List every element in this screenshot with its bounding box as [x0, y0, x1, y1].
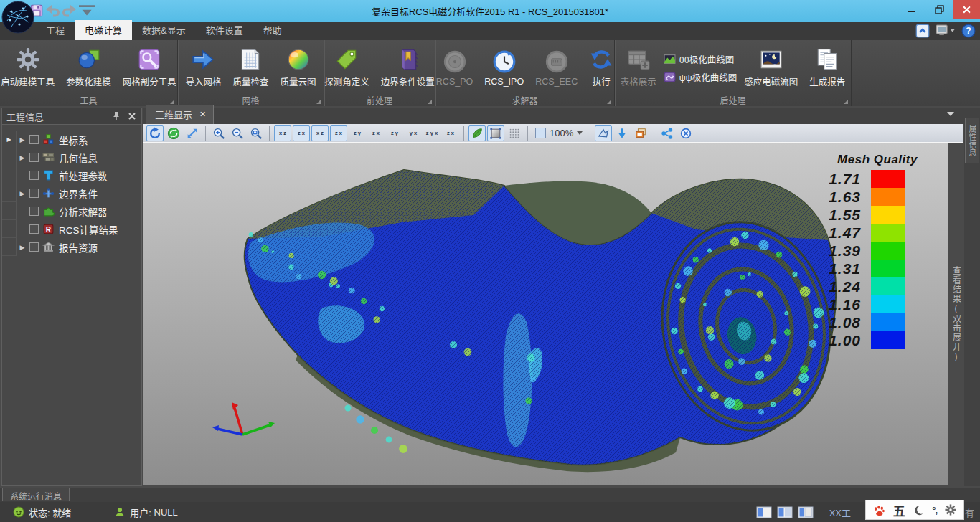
pin-icon[interactable]	[111, 111, 121, 121]
help-button[interactable]: ?	[961, 24, 976, 37]
qat-dropdown-icon[interactable]	[79, 3, 95, 19]
zoom-window-button[interactable]	[248, 125, 265, 141]
zoom-in-button[interactable]	[210, 125, 227, 141]
tab-system-messages[interactable]: 系统运行消息	[2, 488, 70, 501]
collapse-ribbon-button[interactable]	[915, 24, 930, 37]
window-layers-button[interactable]	[632, 125, 649, 141]
感应电磁流图-button[interactable]: 感应电磁流图	[740, 45, 802, 90]
ribbon-tab-数据&显示[interactable]: 数据&显示	[132, 20, 196, 40]
group-dialog-launcher-icon[interactable]	[170, 100, 174, 104]
layout-middle-button[interactable]	[777, 506, 793, 518]
redo-button[interactable]	[62, 3, 77, 19]
rotate-tool-button[interactable]	[146, 125, 164, 141]
ribbon-tab-工程[interactable]: 工程	[36, 20, 75, 40]
expander-icon[interactable]: ▶	[17, 244, 28, 251]
ime-punctuation-button[interactable]: °,	[932, 505, 937, 516]
expander-icon[interactable]: ▶	[17, 190, 28, 197]
panel-close-icon[interactable]	[127, 111, 137, 121]
view-orientation-glyph: z x	[372, 130, 380, 136]
tree-checkbox[interactable]	[29, 153, 39, 162]
orbit-tool-button[interactable]	[165, 125, 182, 141]
质量云图-button[interactable]: 质量云图	[276, 45, 321, 90]
flow-display-button[interactable]	[659, 125, 676, 141]
tree-checkbox[interactable]	[29, 207, 39, 216]
clip-plane-button[interactable]	[595, 125, 612, 141]
tree-item-几何信息[interactable]: ▶几何信息	[2, 148, 141, 166]
pan-zoom-tool-button[interactable]	[184, 125, 201, 141]
RCS_EEC-button[interactable]: RCS_EEC	[531, 47, 582, 89]
tree-item-报告资源[interactable]: ▶报告资源	[2, 238, 141, 256]
viewport-3d[interactable]: Mesh Quality 1.711.631.551.471.391.311.2…	[143, 143, 948, 485]
view-orientation-button-3[interactable]: x z	[311, 125, 329, 141]
执行-button[interactable]: 执行	[585, 45, 618, 90]
tree-item-RCS计算结果[interactable]: RRCS计算结果	[2, 220, 141, 238]
view-orientation-button-6[interactable]: z x	[367, 125, 385, 141]
view-orientation-button-10[interactable]: z x	[442, 125, 459, 141]
legend-entry: 1.71	[824, 170, 931, 188]
ribbon-tab-软件设置[interactable]: 软件设置	[196, 20, 253, 40]
view-orientation-button-4[interactable]: z x	[330, 125, 347, 141]
tree-item-坐标系[interactable]: ▶▶坐标系	[2, 130, 141, 148]
doc-tab-close-icon[interactable]: ✕	[199, 110, 206, 119]
边界条件设置-button[interactable]: 边界条件设置	[377, 45, 439, 90]
layout-right-button[interactable]	[798, 506, 814, 518]
导入网格-button[interactable]: 导入网格	[181, 45, 225, 90]
tree-checkbox[interactable]	[29, 242, 39, 252]
ribbon-tab-帮助[interactable]: 帮助	[253, 20, 292, 40]
smooth-shading-button[interactable]	[468, 125, 486, 141]
group-dialog-launcher-icon[interactable]	[428, 100, 432, 104]
ψψ极化曲线图-button[interactable]: ψψ极化曲线图	[664, 70, 737, 84]
baidu-paw-icon[interactable]	[873, 504, 885, 516]
tab-3d-display[interactable]: 三维显示 ✕	[146, 105, 214, 124]
flat-shading-button[interactable]	[487, 125, 504, 141]
tab-view-results[interactable]: 查看结果(双击展开)	[951, 266, 963, 362]
ime-wubi-button[interactable]: 五	[893, 501, 905, 519]
探测角定义-button[interactable]: 探测角定义	[320, 45, 374, 90]
θθ极化曲线图-button[interactable]: θθ极化曲线图	[664, 52, 737, 66]
group-dialog-launcher-icon[interactable]	[316, 100, 321, 104]
ribbon-tab-电磁计算[interactable]: 电磁计算	[75, 20, 132, 40]
RCS_PO-button[interactable]: RCS_PO	[432, 47, 477, 89]
zoom-level-dropdown[interactable]: 100%	[532, 128, 585, 138]
生成报告-button[interactable]: 生成报告	[805, 45, 849, 90]
tab-property-info[interactable]: 属性信息	[965, 118, 979, 163]
参数化建模-button[interactable]: 参数化建模	[62, 45, 116, 90]
RCS_IPO-button[interactable]: RCS_IPO	[480, 47, 528, 89]
tree-checkbox[interactable]	[29, 224, 39, 234]
minimize-button[interactable]	[898, 0, 925, 19]
质量检查-button[interactable]: 质量检查	[228, 45, 273, 90]
ime-settings-gear-icon[interactable]	[945, 504, 956, 516]
display-options-button[interactable]	[936, 24, 956, 37]
group-dialog-launcher-icon[interactable]	[607, 100, 611, 104]
group-dialog-launcher-icon[interactable]	[844, 100, 848, 104]
view-orientation-button-8[interactable]: y x	[405, 125, 422, 141]
expander-icon[interactable]: ▶	[17, 154, 28, 161]
tree-checkbox[interactable]	[29, 135, 39, 144]
view-orientation-button-7[interactable]: z y	[386, 125, 403, 141]
tree-item-前处理参数[interactable]: 前处理参数	[2, 166, 141, 184]
layout-left-button[interactable]	[756, 506, 772, 518]
tree-item-边界条件[interactable]: ▶边界条件	[2, 184, 141, 202]
close-view-button[interactable]	[677, 125, 694, 141]
zoom-out-button[interactable]	[229, 125, 246, 141]
close-button[interactable]	[953, 0, 980, 19]
网格剖分工具-button[interactable]: 网格剖分工具	[118, 45, 181, 90]
rcs-eec-icon	[545, 49, 569, 74]
tree-checkbox[interactable]	[29, 171, 39, 180]
tab-list-dropdown-icon[interactable]	[947, 112, 954, 120]
tree-checkbox[interactable]	[29, 189, 39, 198]
expander-icon[interactable]: ▶	[17, 136, 28, 143]
tree-item-分析求解器[interactable]: 分析求解器	[2, 202, 141, 220]
ime-moon-icon[interactable]	[913, 505, 924, 516]
view-orientation-button-5[interactable]: z y	[349, 125, 366, 141]
points-display-button[interactable]	[506, 125, 523, 141]
drop-view-button[interactable]	[613, 125, 631, 141]
view-orientation-button-1[interactable]: x z	[274, 125, 291, 141]
restore-button[interactable]	[925, 0, 953, 19]
表格展示-button[interactable]: 表格展示	[616, 45, 661, 90]
启动建模工具-button[interactable]: 启动建模工具	[0, 45, 59, 90]
undo-button[interactable]	[44, 3, 60, 19]
app-logo-icon[interactable]	[1, 1, 34, 34]
view-orientation-button-2[interactable]: z x	[293, 125, 310, 141]
view-orientation-button-9[interactable]: z y x	[423, 125, 440, 141]
